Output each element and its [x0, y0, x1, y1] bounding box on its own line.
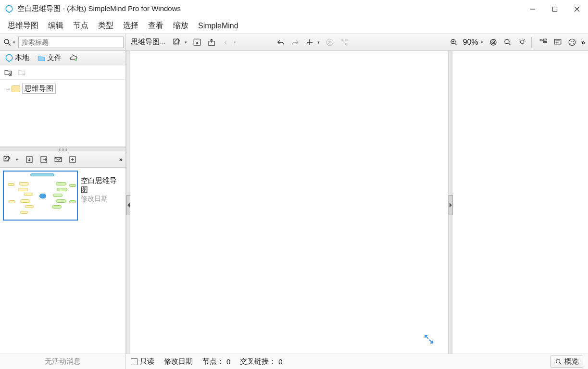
prev-dropdown-icon[interactable]: ▾ [234, 40, 236, 45]
link-icon[interactable] [339, 37, 350, 48]
edit-icon[interactable] [172, 37, 182, 48]
thumbnail-meta: 空白思维导图 修改日期 [81, 171, 123, 203]
nodes-label: 节点： [202, 357, 224, 366]
tree-root-label: 思维导图 [22, 84, 56, 94]
svg-line-5 [8, 43, 11, 46]
main-toolbar: ▾ 思维导图... ▾ ‹ ▾ ▾ 90% ▾ » [0, 34, 588, 51]
svg-rect-35 [543, 39, 546, 40]
readonly-checkbox[interactable] [131, 358, 138, 365]
status-nodes: 节点： 0 [198, 354, 235, 369]
emoji-icon[interactable] [567, 37, 577, 48]
menu-edit[interactable]: 编辑 [43, 19, 68, 33]
crosslinks-count: 0 [278, 357, 282, 366]
thumbnail-list: 空白思维导图 修改日期 [0, 168, 125, 354]
overview-button[interactable]: 概览 [550, 356, 583, 368]
tree-connector-icon: ···· [6, 86, 10, 92]
mindmap-dropdown[interactable]: 思维导图... [129, 37, 168, 48]
close-button[interactable] [566, 0, 588, 18]
toolbar-overflow-icon[interactable]: » [581, 38, 585, 46]
edit-dropdown-icon[interactable]: ▾ [185, 40, 187, 45]
minimize-button[interactable] [522, 0, 544, 18]
resize-handle-icon[interactable] [423, 333, 435, 345]
thumbnail-subtitle: 修改日期 [81, 195, 123, 203]
search-dropdown-icon[interactable]: ▾ [13, 40, 15, 45]
svg-point-24 [493, 41, 494, 42]
svg-point-27 [520, 40, 524, 44]
svg-point-42 [573, 41, 574, 42]
idea-icon[interactable] [517, 37, 527, 48]
thumb-toolbar-overflow-icon[interactable]: » [119, 156, 123, 163]
export-icon[interactable] [39, 155, 48, 164]
tab-local[interactable]: 本地 [2, 52, 32, 64]
thumbnail-title: 空白思维导图 [81, 176, 123, 195]
add-dropdown-icon[interactable]: ▾ [317, 40, 320, 45]
menu-simplemind[interactable]: SimpleMind [193, 20, 243, 32]
redo-icon[interactable] [290, 37, 300, 48]
note-icon[interactable] [552, 37, 563, 48]
status-activity: 无活动消息 [0, 354, 126, 369]
svg-point-15 [341, 39, 343, 41]
prev-icon[interactable]: ‹ [221, 37, 231, 48]
svg-point-8 [196, 42, 198, 44]
import-icon[interactable] [25, 155, 34, 164]
search-input[interactable] [18, 37, 124, 48]
add-icon[interactable] [304, 37, 315, 48]
menu-view[interactable]: 查看 [143, 19, 168, 33]
target-icon[interactable] [488, 37, 499, 48]
menu-zoom[interactable]: 缩放 [168, 19, 193, 33]
delete-icon[interactable] [325, 37, 335, 48]
svg-point-16 [345, 39, 347, 41]
svg-line-33 [524, 39, 525, 40]
new-doc-icon[interactable] [68, 155, 77, 164]
search-icon[interactable] [2, 37, 13, 48]
svg-line-26 [509, 43, 511, 45]
zoom-dropdown-icon[interactable]: ▾ [481, 40, 483, 45]
overview-label: 概览 [564, 357, 579, 366]
svg-line-32 [519, 39, 520, 40]
outline-icon[interactable] [538, 37, 549, 48]
svg-point-17 [345, 43, 347, 45]
thumbnail-item[interactable] [3, 171, 78, 221]
statusbar: 无活动消息 只读 修改日期 节点： 0 交叉链接： 0 概览 [0, 354, 588, 369]
new-folder-icon[interactable] [4, 68, 13, 77]
zoom-level-label[interactable]: 90% [463, 38, 478, 47]
svg-point-58 [556, 359, 560, 363]
status-crosslinks: 交叉链接： 0 [235, 354, 287, 369]
svg-point-41 [571, 41, 572, 42]
menu-mindmap[interactable]: 思维导图 [3, 19, 43, 33]
menu-type[interactable]: 类型 [93, 19, 118, 33]
compose-icon[interactable] [3, 155, 12, 164]
delete-folder-icon[interactable] [17, 68, 26, 77]
mail-icon[interactable] [54, 155, 63, 164]
folder-tree: ···· 思维导图 [0, 80, 125, 147]
tab-cloud[interactable] [66, 52, 81, 64]
right-splitter-handle[interactable] [449, 195, 453, 215]
share-icon[interactable] [206, 37, 217, 48]
find-icon[interactable] [502, 37, 513, 48]
svg-point-25 [505, 39, 509, 44]
status-mod-date: 修改日期 [159, 354, 198, 369]
right-panel [452, 51, 588, 354]
svg-rect-36 [543, 41, 546, 42]
svg-point-40 [569, 39, 575, 46]
menu-node[interactable]: 节点 [68, 19, 93, 33]
menu-select[interactable]: 选择 [118, 19, 143, 33]
svg-rect-34 [540, 39, 542, 41]
svg-point-4 [4, 39, 9, 44]
status-readonly[interactable]: 只读 [126, 354, 159, 369]
tree-root-item[interactable]: ···· 思维导图 [4, 83, 122, 95]
save-icon[interactable] [192, 37, 202, 48]
right-splitter[interactable] [448, 51, 452, 354]
left-splitter[interactable] [126, 51, 130, 354]
undo-icon[interactable] [275, 37, 286, 48]
compose-dropdown-icon[interactable]: ▾ [16, 157, 18, 162]
maximize-button[interactable] [544, 0, 566, 18]
zoom-in-icon[interactable] [449, 37, 459, 48]
menubar: 思维导图 编辑 节点 类型 选择 查看 缩放 SimpleMind [0, 18, 588, 34]
readonly-label: 只读 [140, 357, 154, 366]
svg-rect-37 [554, 39, 561, 44]
tab-files-label: 文件 [47, 53, 62, 62]
tab-files[interactable]: 文件 [34, 52, 64, 64]
sidebar-splitter[interactable] [0, 147, 125, 151]
canvas[interactable] [130, 51, 448, 354]
